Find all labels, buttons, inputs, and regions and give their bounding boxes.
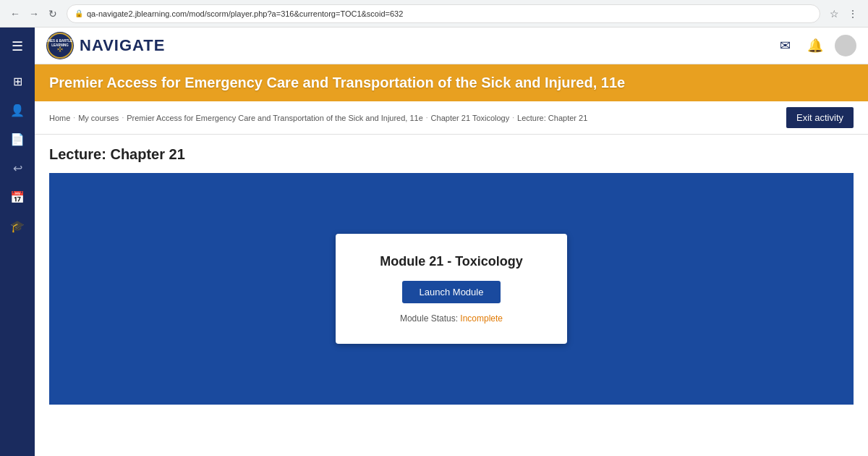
logo-name: NAVIGATE [80, 36, 165, 54]
forward-button[interactable]: → [26, 6, 42, 22]
sidebar-item-courses[interactable]: 🎓 [4, 213, 30, 239]
module-status-value: Incomplete [460, 313, 503, 324]
main-content: JONES & BARTLETT LEARNING NAVIGATE ✉ 🔔 [35, 28, 868, 456]
gold-banner: Premier Access for Emergency Care and Tr… [35, 64, 868, 101]
lock-icon: 🔒 [75, 9, 83, 17]
launch-module-button[interactable]: Launch Module [402, 281, 501, 303]
module-status-label: Module Status: [400, 313, 458, 324]
reload-button[interactable]: ↻ [45, 6, 61, 22]
url-text: qa-navigate2.jblearning.com/mod/scorm/pl… [87, 9, 403, 18]
sidebar-item-dashboard[interactable]: ⊞ [4, 68, 30, 94]
logo-area: JONES & BARTLETT LEARNING NAVIGATE [46, 32, 165, 59]
header-icons: ✉ 🔔 [774, 35, 856, 56]
sidebar-item-profile[interactable]: 👤 [4, 97, 30, 123]
breadcrumb-sep-1: · [73, 114, 75, 122]
notifications-button[interactable]: 🔔 [804, 35, 826, 56]
browser-chrome: ← → ↻ 🔒 qa-navigate2.jblearning.com/mod/… [0, 0, 868, 28]
mail-button[interactable]: ✉ [774, 35, 796, 56]
top-header: JONES & BARTLETT LEARNING NAVIGATE ✉ 🔔 [35, 28, 868, 64]
breadcrumb-sep-2: · [122, 114, 124, 122]
browser-actions: ☆ ⋮ [826, 6, 861, 22]
app-layout: ☰ ⊞ 👤 📄 ↩ 📅 🎓 JONES & BARTLETT LEARNING [0, 28, 868, 456]
breadcrumb-course[interactable]: Premier Access for Emergency Care and Tr… [127, 114, 423, 122]
sidebar: ☰ ⊞ 👤 📄 ↩ 📅 🎓 [0, 28, 35, 456]
breadcrumb-lecture[interactable]: Lecture: Chapter 21 [517, 114, 587, 122]
logo-text-area: NAVIGATE [80, 36, 165, 55]
sidebar-menu-toggle[interactable]: ☰ [4, 33, 30, 59]
module-card: Module 21 - Toxicology Launch Module Mod… [336, 234, 567, 344]
address-bar[interactable]: 🔒 qa-navigate2.jblearning.com/mod/scorm/… [67, 4, 820, 23]
exit-activity-button[interactable]: Exit activity [786, 107, 854, 128]
lecture-title: Lecture: Chapter 21 [49, 146, 854, 163]
breadcrumb-my-courses[interactable]: My courses [78, 114, 119, 122]
module-status: Module Status: Incomplete [365, 313, 538, 324]
sidebar-item-calendar[interactable]: 📅 [4, 184, 30, 210]
breadcrumb-home[interactable]: Home [49, 114, 70, 122]
breadcrumb-bar: Home · My courses · Premier Access for E… [35, 101, 868, 135]
back-button[interactable]: ← [7, 6, 23, 22]
user-avatar-button[interactable] [835, 35, 856, 56]
svg-text:LEARNING: LEARNING [51, 43, 69, 47]
logo-badge: JONES & BARTLETT LEARNING [46, 32, 74, 59]
breadcrumb-sep-4: · [512, 114, 514, 122]
breadcrumb-chapter[interactable]: Chapter 21 Toxicology [431, 114, 510, 122]
browser-nav-buttons: ← → ↻ [7, 6, 61, 22]
more-options-button[interactable]: ⋮ [845, 6, 861, 22]
sidebar-item-documents[interactable]: 📄 [4, 126, 30, 152]
banner-title: Premier Access for Emergency Care and Tr… [49, 75, 625, 90]
svg-text:JONES & BARTLETT: JONES & BARTLETT [47, 39, 73, 43]
bookmark-button[interactable]: ☆ [826, 6, 842, 22]
breadcrumb-sep-3: · [426, 114, 428, 122]
sidebar-item-history[interactable]: ↩ [4, 155, 30, 181]
page-content: Lecture: Chapter 21 Module 21 - Toxicolo… [35, 135, 868, 456]
module-title: Module 21 - Toxicology [365, 254, 538, 269]
scorm-content-area: Module 21 - Toxicology Launch Module Mod… [49, 173, 854, 405]
